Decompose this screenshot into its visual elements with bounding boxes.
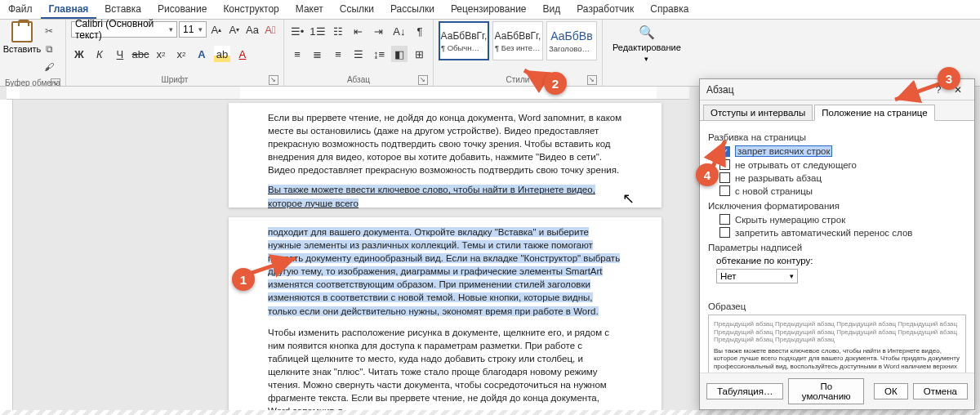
page-2[interactable]: подходит для вашего документа. Откройте …: [229, 217, 662, 415]
highlight-button[interactable]: ab: [214, 46, 230, 62]
tab-mailings[interactable]: Рассылки: [382, 0, 443, 19]
doc-paragraph[interactable]: Если вы прервете чтение, не дойдя до кон…: [268, 111, 622, 176]
bold-button[interactable]: Ж: [71, 46, 87, 62]
default-button[interactable]: По умолчанию: [788, 378, 864, 404]
paragraph-dialog: Абзац ? ✕ Отступы и интервалы Положение …: [699, 78, 975, 410]
tab-layout[interactable]: Макет: [287, 0, 332, 19]
increase-indent-button[interactable]: ⇥: [371, 23, 387, 39]
group-paragraph: ☰• 1☰ ☷ ⇤ ⇥ A↓ ¶ ≡ ≣ ≡ ☰ ↨≡ ◧ ⊞ Абзац↘: [284, 20, 434, 86]
font-name-combo[interactable]: Calibri (Основной текст)▾: [71, 21, 177, 38]
group-editing: 🔍 Редактирование ▾: [603, 20, 691, 86]
show-marks-button[interactable]: ¶: [412, 23, 428, 39]
dialog-footer: Табуляция… По умолчанию ОК Отмена: [700, 373, 974, 409]
tab-review[interactable]: Рецензирование: [443, 0, 535, 19]
tab-draw[interactable]: Рисование: [149, 0, 215, 19]
callout-4: 4: [696, 163, 719, 186]
section-caption-params: Параметры надписей: [708, 243, 966, 252]
format-painter-icon[interactable]: 🖌: [42, 60, 56, 74]
group-font: Calibri (Основной текст)▾ 11▾ A▴ A▾ Aa A…: [66, 20, 284, 86]
ok-button[interactable]: ОК: [874, 383, 908, 399]
doc-paragraph-3[interactable]: Чтобы изменить расположение рисунка в до…: [268, 326, 622, 415]
callout-3: 3: [938, 67, 960, 90]
check-keep-with-next[interactable]: не отрывать от следующего: [719, 159, 966, 170]
clipboard-icon: [11, 21, 33, 42]
find-icon: 🔍: [639, 25, 655, 40]
shrink-font-button[interactable]: A▾: [226, 21, 243, 38]
copy-icon[interactable]: ⧉: [42, 42, 56, 56]
style-nospacing[interactable]: АаБбВвГг,¶ Без инте…: [492, 21, 543, 60]
section-pagination: Разбивка на страницы: [708, 132, 966, 142]
check-page-break-before[interactable]: с новой страницы: [719, 185, 966, 196]
font-size-combo[interactable]: 11▾: [179, 21, 207, 38]
strike-button[interactable]: abc: [132, 46, 149, 62]
tab-design[interactable]: Конструктор: [215, 0, 287, 19]
decrease-indent-button[interactable]: ⇤: [350, 23, 367, 39]
style-heading1[interactable]: АаБбВвЗаголово…: [546, 21, 597, 60]
checkbox-icon: [719, 227, 730, 238]
styles-launcher[interactable]: ↘: [587, 75, 597, 85]
vertical-ruler: [0, 100, 13, 415]
font-launcher[interactable]: ↘: [269, 75, 278, 85]
paste-button[interactable]: Вставить: [5, 21, 39, 54]
group-clipboard: Вставить ✂ ⧉ 🖌 Буфер обмена↘: [0, 20, 66, 86]
text-effects-button[interactable]: A: [194, 46, 210, 62]
tab-view[interactable]: Вид: [535, 0, 569, 19]
paragraph-launcher[interactable]: ↘: [418, 75, 428, 85]
paste-label: Вставить: [3, 44, 42, 54]
grow-font-button[interactable]: A▴: [208, 21, 225, 38]
preview-box: Предыдущий абзац Предыдущий абзац Предыд…: [708, 315, 966, 373]
superscript-button[interactable]: x2: [173, 46, 189, 62]
numbering-button[interactable]: 1☰: [310, 23, 326, 39]
subscript-button[interactable]: x2: [153, 46, 169, 62]
multilevel-button[interactable]: ☷: [330, 23, 346, 39]
tab-developer[interactable]: Разработчик: [568, 0, 642, 19]
tab-help[interactable]: Справка: [642, 0, 697, 19]
section-format-exceptions: Исключения форматирования: [708, 201, 966, 211]
tab-insert[interactable]: Вставка: [96, 0, 149, 19]
check-suppress-line-numbers[interactable]: Скрыть нумерацию строк: [719, 214, 966, 225]
wrap-label: обтекание по контуру:: [716, 256, 813, 266]
section-preview: Образец: [708, 301, 966, 311]
shading-button[interactable]: ◧: [391, 46, 408, 62]
svg-line-0: [252, 258, 296, 273]
sort-button[interactable]: A↓: [391, 23, 408, 39]
align-center-button[interactable]: ≣: [310, 46, 326, 62]
change-case-button[interactable]: Aa: [244, 21, 261, 38]
page-1[interactable]: Если вы прервете чтение, не дойдя до кон…: [229, 103, 662, 208]
style-normal[interactable]: АаБбВвГг,¶ Обычн…: [439, 21, 489, 60]
italic-button[interactable]: К: [91, 46, 108, 62]
check-keep-lines-together[interactable]: не разрывать абзац: [719, 172, 966, 183]
tabs-button[interactable]: Табуляция…: [706, 383, 783, 399]
check-widow-orphan[interactable]: ✓запрет висячих строк: [719, 145, 966, 157]
dialog-tab-indents[interactable]: Отступы и интервалы: [703, 105, 813, 120]
borders-button[interactable]: ⊞: [412, 46, 428, 62]
cancel-button[interactable]: Отмена: [913, 383, 968, 399]
doc-paragraph-selected-2[interactable]: подходит для вашего документа. Откройте …: [268, 225, 622, 318]
justify-button[interactable]: ☰: [350, 46, 367, 62]
ribbon-tabs: Файл Главная Вставка Рисование Конструкт…: [0, 0, 980, 20]
ribbon-content: Вставить ✂ ⧉ 🖌 Буфер обмена↘ Calibri (Ос…: [0, 20, 980, 87]
font-color-button[interactable]: A: [234, 46, 251, 62]
arrow-1: [245, 253, 310, 280]
underline-button[interactable]: Ч: [112, 46, 128, 62]
group-styles: АаБбВвГг,¶ Обычн… АаБбВвГг,¶ Без инте… А…: [434, 20, 603, 86]
wrap-combo[interactable]: Нет▾: [716, 269, 798, 283]
callout-1: 1: [232, 268, 255, 291]
check-no-hyphenation[interactable]: запретить автоматический перенос слов: [719, 227, 966, 238]
paragraph-group-label: Абзац: [347, 75, 370, 84]
align-right-button[interactable]: ≡: [330, 46, 346, 62]
editing-dropdown[interactable]: 🔍 Редактирование ▾: [608, 21, 686, 66]
tab-home[interactable]: Главная: [41, 0, 97, 19]
horizontal-ruler: [7, 87, 689, 100]
checkbox-icon: [719, 185, 730, 196]
clear-format-button[interactable]: A⃠: [262, 21, 278, 38]
mouse-cursor-icon: ↖: [622, 190, 635, 208]
cut-icon[interactable]: ✂: [42, 25, 56, 38]
tab-file[interactable]: Файл: [0, 0, 41, 19]
editing-label: Редактирование: [612, 42, 681, 52]
doc-paragraph-selected[interactable]: Вы также можете ввести ключевое слово, ч…: [268, 183, 622, 209]
align-left-button[interactable]: ≡: [289, 46, 305, 62]
bullets-button[interactable]: ☰•: [289, 23, 305, 39]
line-spacing-button[interactable]: ↨≡: [371, 46, 387, 62]
tab-references[interactable]: Ссылки: [332, 0, 382, 19]
